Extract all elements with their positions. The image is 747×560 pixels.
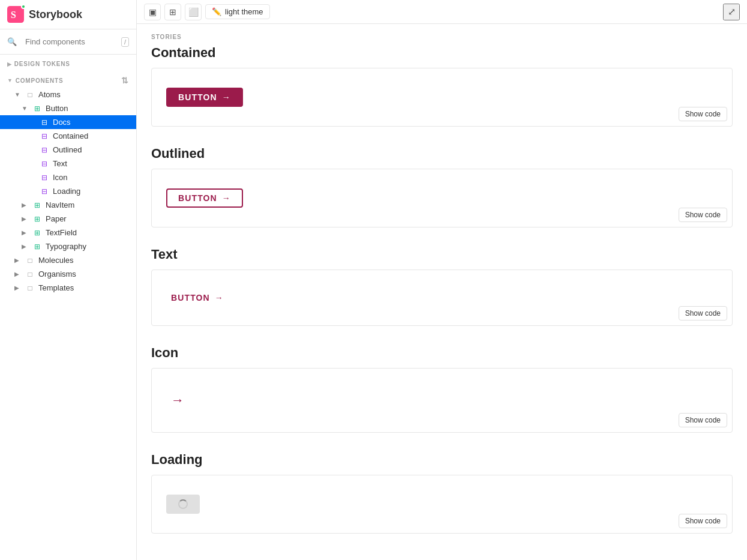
sidebar-title: Storybook xyxy=(29,8,82,21)
search-icon: 🔍 xyxy=(7,37,17,46)
tree-item-contained[interactable]: ⊟ Contained xyxy=(0,129,136,143)
expand-organisms-icon: ▶ xyxy=(14,271,22,277)
update-badge xyxy=(21,4,26,9)
sidebar-search: 🔍 / xyxy=(0,29,136,55)
tree-item-navitem[interactable]: ▶ ⊞ NavItem xyxy=(0,198,136,212)
tree-item-textfield[interactable]: ▶ ⊞ TextField xyxy=(0,226,136,239)
story-frame-outlined: BUTTON → Show code xyxy=(151,169,733,227)
expand-templates-icon: ▶ xyxy=(14,285,22,291)
component-icon: ⊞ xyxy=(32,215,42,223)
story-title-text: Text xyxy=(151,247,733,262)
expand-icon: ⤢ xyxy=(728,6,736,17)
pencil-icon: ✏️ xyxy=(212,7,221,16)
story-icon: ⊟ xyxy=(40,160,49,168)
theme-button[interactable]: ✏️ light theme xyxy=(205,4,270,19)
story-preview-text: BUTTON → xyxy=(152,270,732,325)
folder-icon: □ xyxy=(25,256,35,265)
components-section[interactable]: ▼ COMPONENTS ⇅ xyxy=(0,70,136,88)
folder-icon: □ xyxy=(25,91,35,99)
grid-view-icon: ⊞ xyxy=(169,7,176,17)
story-title-loading: Loading xyxy=(151,452,733,468)
expand-textfield-icon: ▶ xyxy=(22,229,29,236)
tree-item-loading[interactable]: ⊟ Loading xyxy=(0,184,136,198)
story-section-loading: Loading Show code xyxy=(151,452,733,534)
search-shortcut: / xyxy=(121,37,129,47)
story-icon: ⊟ xyxy=(40,146,49,154)
grid-view-button[interactable]: ⊞ xyxy=(164,4,181,20)
component-icon: ⊞ xyxy=(32,229,42,237)
tree-item-outlined[interactable]: ⊟ Outlined xyxy=(0,143,136,157)
tree-item-typography[interactable]: ▶ ⊞ Typography xyxy=(0,239,136,253)
expand-paper-icon: ▶ xyxy=(22,215,29,222)
story-section-icon: Icon → Show code xyxy=(151,345,733,433)
tree-item-button[interactable]: ▼ ⊞ Button xyxy=(0,101,136,115)
story-title-icon: Icon xyxy=(151,345,733,361)
story-frame-icon: → Show code xyxy=(151,368,733,433)
show-code-text[interactable]: Show code xyxy=(679,306,727,321)
contained-button-label: BUTTON xyxy=(178,92,217,102)
tree-item-molecules[interactable]: ▶ □ Molecules xyxy=(0,253,136,267)
toolbar: ▣ ⊞ ⬜ ✏️ light theme ⤢ xyxy=(137,0,747,24)
story-icon: ⊟ xyxy=(40,187,49,196)
tree-item-paper[interactable]: ▶ ⊞ Paper xyxy=(0,212,136,226)
component-icon: ⊞ xyxy=(32,242,42,251)
tree-item-docs[interactable]: ⊟ Docs xyxy=(0,115,136,129)
design-tokens-section[interactable]: ▶ DESIGN TOKENS xyxy=(0,55,136,70)
outlined-button[interactable]: BUTTON → xyxy=(166,188,243,208)
book-icon: ⊟ xyxy=(40,118,49,127)
expand-typography-icon: ▶ xyxy=(22,243,29,250)
outlined-button-label: BUTTON xyxy=(178,193,217,203)
show-code-contained[interactable]: Show code xyxy=(679,107,727,121)
arrow-right-icon: → xyxy=(215,293,224,303)
story-icon: ⊟ xyxy=(40,132,49,140)
main-area: ▣ ⊞ ⬜ ✏️ light theme ⤢ STORIES Contained… xyxy=(137,0,747,560)
folder-icon: □ xyxy=(25,284,35,292)
show-code-icon[interactable]: Show code xyxy=(679,413,727,427)
expand-molecules-icon: ▶ xyxy=(14,257,22,263)
contained-button[interactable]: BUTTON → xyxy=(166,88,243,107)
text-button[interactable]: BUTTON → xyxy=(166,289,229,306)
show-code-loading[interactable]: Show code xyxy=(679,514,727,528)
loading-spinner xyxy=(178,499,188,509)
arrow-right-icon: → xyxy=(222,92,231,102)
story-section-outlined: Outlined BUTTON → Show code xyxy=(151,146,733,227)
icon-button[interactable]: → xyxy=(166,388,189,413)
story-frame-loading: Show code xyxy=(151,475,733,534)
tree-item-icon[interactable]: ⊟ Icon xyxy=(0,170,136,184)
outline-view-icon: ⬜ xyxy=(188,7,199,17)
sort-icon[interactable]: ⇅ xyxy=(121,76,129,85)
story-title-outlined: Outlined xyxy=(151,146,733,161)
story-section-text: Text BUTTON → Show code xyxy=(151,247,733,326)
search-input[interactable] xyxy=(20,34,118,49)
svg-text:S: S xyxy=(11,9,16,20)
content-area: STORIES Contained BUTTON → Show code Out… xyxy=(137,24,747,560)
story-section-contained: Contained BUTTON → Show code xyxy=(151,45,733,127)
tree-item-text[interactable]: ⊟ Text xyxy=(0,157,136,170)
folder-icon: □ xyxy=(25,270,35,278)
theme-label: light theme xyxy=(225,7,263,16)
show-code-outlined[interactable]: Show code xyxy=(679,208,727,222)
expand-button-icon: ▼ xyxy=(22,105,29,112)
single-view-button[interactable]: ▣ xyxy=(144,4,161,20)
stories-label: STORIES xyxy=(151,24,733,45)
arrow-right-icon: → xyxy=(222,193,231,203)
chevron-right-icon: ▶ xyxy=(7,61,12,67)
tree-item-organisms[interactable]: ▶ □ Organisms xyxy=(0,267,136,281)
expand-atoms-icon: ▼ xyxy=(14,91,22,98)
component-icon: ⊞ xyxy=(32,104,42,113)
single-view-icon: ▣ xyxy=(149,7,157,17)
story-frame-contained: BUTTON → Show code xyxy=(151,68,733,127)
story-preview-icon: → xyxy=(152,369,732,432)
text-button-label: BUTTON xyxy=(171,293,210,303)
story-icon: ⊟ xyxy=(40,173,49,182)
expand-navitem-icon: ▶ xyxy=(22,202,29,208)
outline-view-button[interactable]: ⬜ xyxy=(185,4,202,20)
sidebar: S Storybook 🔍 / ▶ DESIGN TOKENS ▼ COMPON… xyxy=(0,0,137,560)
sidebar-header: S Storybook xyxy=(0,0,136,29)
tree-item-templates[interactable]: ▶ □ Templates xyxy=(0,281,136,295)
arrow-icon: → xyxy=(171,393,184,408)
story-preview-contained: BUTTON → xyxy=(152,68,732,126)
tree-item-atoms[interactable]: ▼ □ Atoms xyxy=(0,88,136,101)
loading-button[interactable] xyxy=(166,495,200,514)
expand-button[interactable]: ⤢ xyxy=(723,4,740,20)
